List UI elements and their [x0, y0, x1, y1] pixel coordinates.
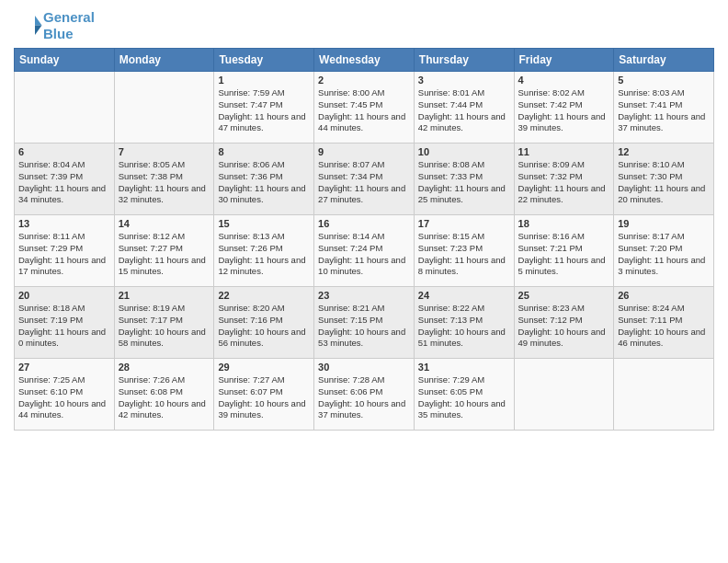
header-day-sunday: Sunday — [15, 49, 115, 72]
calendar-cell: 6Sunrise: 8:04 AM Sunset: 7:39 PM Daylig… — [15, 144, 115, 215]
day-number: 28 — [119, 362, 210, 373]
calendar-cell — [614, 359, 714, 431]
calendar-week-5: 27Sunrise: 7:25 AM Sunset: 6:10 PM Dayli… — [15, 359, 714, 431]
day-number: 14 — [119, 218, 210, 229]
calendar-cell: 11Sunrise: 8:09 AM Sunset: 7:32 PM Dayli… — [514, 144, 614, 215]
svg-marker-0 — [35, 16, 42, 26]
calendar-cell: 21Sunrise: 8:19 AM Sunset: 7:17 PM Dayli… — [114, 287, 214, 359]
calendar-week-1: 1Sunrise: 7:59 AM Sunset: 7:47 PM Daylig… — [15, 72, 714, 144]
calendar-cell: 5Sunrise: 8:03 AM Sunset: 7:41 PM Daylig… — [614, 72, 714, 144]
day-number: 30 — [318, 362, 410, 373]
calendar-cell: 3Sunrise: 8:01 AM Sunset: 7:44 PM Daylig… — [414, 72, 514, 144]
cell-content: Sunrise: 8:12 AM Sunset: 7:27 PM Dayligh… — [119, 231, 210, 278]
day-number: 6 — [18, 146, 110, 157]
calendar-cell: 28Sunrise: 7:26 AM Sunset: 6:08 PM Dayli… — [114, 359, 214, 431]
calendar-cell: 26Sunrise: 8:24 AM Sunset: 7:11 PM Dayli… — [614, 287, 714, 359]
calendar-cell: 10Sunrise: 8:08 AM Sunset: 7:33 PM Dayli… — [414, 144, 514, 215]
calendar-week-3: 13Sunrise: 8:11 AM Sunset: 7:29 PM Dayli… — [15, 215, 714, 287]
day-number: 3 — [418, 75, 510, 86]
calendar-cell: 7Sunrise: 8:05 AM Sunset: 7:38 PM Daylig… — [114, 144, 214, 215]
page-header: General Blue — [14, 9, 714, 42]
cell-content: Sunrise: 7:27 AM Sunset: 6:07 PM Dayligh… — [218, 374, 310, 421]
day-number: 12 — [618, 146, 710, 157]
cell-content: Sunrise: 8:14 AM Sunset: 7:24 PM Dayligh… — [318, 231, 410, 278]
header-day-monday: Monday — [114, 49, 214, 72]
day-number: 5 — [618, 75, 710, 86]
day-number: 4 — [518, 75, 610, 86]
header-day-thursday: Thursday — [414, 49, 514, 72]
calendar-cell: 8Sunrise: 8:06 AM Sunset: 7:36 PM Daylig… — [214, 144, 314, 215]
logo: General Blue — [14, 9, 95, 42]
calendar-week-2: 6Sunrise: 8:04 AM Sunset: 7:39 PM Daylig… — [15, 144, 714, 215]
svg-marker-1 — [35, 26, 42, 36]
calendar-cell: 15Sunrise: 8:13 AM Sunset: 7:26 PM Dayli… — [214, 215, 314, 287]
calendar-cell: 30Sunrise: 7:28 AM Sunset: 6:06 PM Dayli… — [314, 359, 415, 431]
cell-content: Sunrise: 8:20 AM Sunset: 7:16 PM Dayligh… — [218, 303, 310, 350]
calendar-cell: 9Sunrise: 8:07 AM Sunset: 7:34 PM Daylig… — [314, 144, 415, 215]
calendar-cell: 16Sunrise: 8:14 AM Sunset: 7:24 PM Dayli… — [314, 215, 415, 287]
calendar-cell: 19Sunrise: 8:17 AM Sunset: 7:20 PM Dayli… — [614, 215, 714, 287]
calendar-table: SundayMondayTuesdayWednesdayThursdayFrid… — [14, 48, 714, 431]
day-number: 19 — [618, 218, 710, 229]
cell-content: Sunrise: 8:07 AM Sunset: 7:34 PM Dayligh… — [318, 159, 410, 206]
cell-content: Sunrise: 8:21 AM Sunset: 7:15 PM Dayligh… — [318, 303, 410, 350]
cell-content: Sunrise: 8:17 AM Sunset: 7:20 PM Dayligh… — [618, 231, 710, 278]
logo-icon — [16, 10, 43, 38]
day-number: 21 — [119, 290, 210, 301]
day-number: 22 — [218, 290, 310, 301]
cell-content: Sunrise: 8:10 AM Sunset: 7:30 PM Dayligh… — [618, 159, 710, 206]
day-number: 11 — [518, 146, 610, 157]
day-number: 20 — [18, 290, 110, 301]
cell-content: Sunrise: 8:02 AM Sunset: 7:42 PM Dayligh… — [518, 87, 610, 134]
day-number: 27 — [18, 362, 110, 373]
day-number: 15 — [218, 218, 310, 229]
day-number: 23 — [318, 290, 410, 301]
day-number: 17 — [418, 218, 510, 229]
cell-content: Sunrise: 8:00 AM Sunset: 7:45 PM Dayligh… — [318, 87, 410, 134]
calendar-week-4: 20Sunrise: 8:18 AM Sunset: 7:19 PM Dayli… — [15, 287, 714, 359]
day-number: 9 — [318, 146, 410, 157]
calendar-cell: 31Sunrise: 7:29 AM Sunset: 6:05 PM Dayli… — [414, 359, 514, 431]
calendar-cell — [114, 72, 214, 144]
calendar-cell: 29Sunrise: 7:27 AM Sunset: 6:07 PM Dayli… — [214, 359, 314, 431]
day-number: 8 — [218, 146, 310, 157]
day-number: 1 — [218, 75, 310, 86]
cell-content: Sunrise: 8:11 AM Sunset: 7:29 PM Dayligh… — [18, 231, 110, 278]
calendar-cell: 20Sunrise: 8:18 AM Sunset: 7:19 PM Dayli… — [15, 287, 115, 359]
calendar-cell — [15, 72, 115, 144]
day-number: 24 — [418, 290, 510, 301]
cell-content: Sunrise: 7:29 AM Sunset: 6:05 PM Dayligh… — [418, 374, 510, 421]
calendar-cell: 27Sunrise: 7:25 AM Sunset: 6:10 PM Dayli… — [15, 359, 115, 431]
logo-text: General Blue — [43, 9, 95, 42]
header-day-saturday: Saturday — [614, 49, 714, 72]
day-number: 26 — [618, 290, 710, 301]
day-number: 25 — [518, 290, 610, 301]
calendar-cell — [514, 359, 614, 431]
day-number: 10 — [418, 146, 510, 157]
calendar-body: 1Sunrise: 7:59 AM Sunset: 7:47 PM Daylig… — [15, 72, 714, 431]
day-number: 31 — [418, 362, 510, 373]
calendar-cell: 1Sunrise: 7:59 AM Sunset: 7:47 PM Daylig… — [214, 72, 314, 144]
day-number: 16 — [318, 218, 410, 229]
calendar-cell: 18Sunrise: 8:16 AM Sunset: 7:21 PM Dayli… — [514, 215, 614, 287]
calendar-cell: 25Sunrise: 8:23 AM Sunset: 7:12 PM Dayli… — [514, 287, 614, 359]
calendar-cell: 17Sunrise: 8:15 AM Sunset: 7:23 PM Dayli… — [414, 215, 514, 287]
day-number: 2 — [318, 75, 410, 86]
cell-content: Sunrise: 8:16 AM Sunset: 7:21 PM Dayligh… — [518, 231, 610, 278]
calendar-cell: 13Sunrise: 8:11 AM Sunset: 7:29 PM Dayli… — [15, 215, 115, 287]
cell-content: Sunrise: 7:26 AM Sunset: 6:08 PM Dayligh… — [119, 374, 210, 421]
calendar-cell: 24Sunrise: 8:22 AM Sunset: 7:13 PM Dayli… — [414, 287, 514, 359]
cell-content: Sunrise: 8:18 AM Sunset: 7:19 PM Dayligh… — [18, 303, 110, 350]
main-container: General Blue SundayMondayTuesdayWednesda… — [0, 0, 728, 440]
calendar-cell: 23Sunrise: 8:21 AM Sunset: 7:15 PM Dayli… — [314, 287, 415, 359]
cell-content: Sunrise: 7:59 AM Sunset: 7:47 PM Dayligh… — [218, 87, 310, 134]
calendar-header: SundayMondayTuesdayWednesdayThursdayFrid… — [15, 49, 714, 72]
cell-content: Sunrise: 8:19 AM Sunset: 7:17 PM Dayligh… — [119, 303, 210, 350]
calendar-cell: 14Sunrise: 8:12 AM Sunset: 7:27 PM Dayli… — [114, 215, 214, 287]
header-day-tuesday: Tuesday — [214, 49, 314, 72]
calendar-cell: 12Sunrise: 8:10 AM Sunset: 7:30 PM Dayli… — [614, 144, 714, 215]
calendar-cell: 4Sunrise: 8:02 AM Sunset: 7:42 PM Daylig… — [514, 72, 614, 144]
cell-content: Sunrise: 8:04 AM Sunset: 7:39 PM Dayligh… — [18, 159, 110, 206]
cell-content: Sunrise: 8:01 AM Sunset: 7:44 PM Dayligh… — [418, 87, 510, 134]
header-day-wednesday: Wednesday — [314, 49, 415, 72]
